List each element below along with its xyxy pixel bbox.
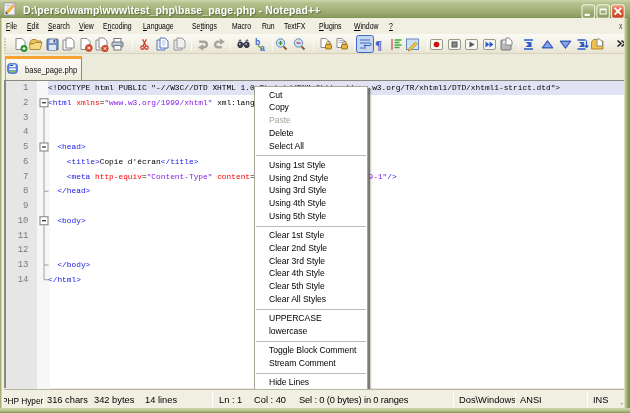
svg-text:¶: ¶	[375, 37, 382, 52]
